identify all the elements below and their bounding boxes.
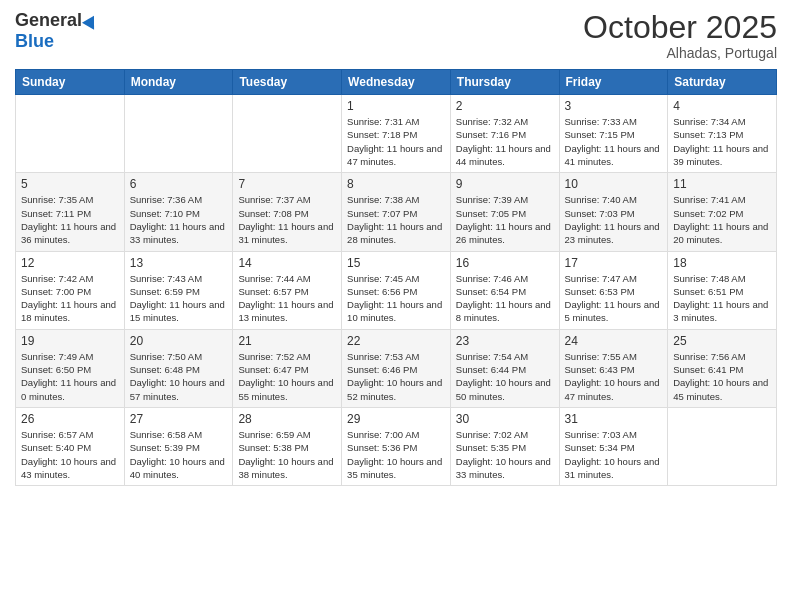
day-number: 13 xyxy=(130,256,228,270)
calendar-cell xyxy=(668,407,777,485)
day-number: 31 xyxy=(565,412,663,426)
calendar-cell: 21Sunrise: 7:52 AM Sunset: 6:47 PM Dayli… xyxy=(233,329,342,407)
day-number: 19 xyxy=(21,334,119,348)
day-number: 3 xyxy=(565,99,663,113)
day-number: 22 xyxy=(347,334,445,348)
day-number: 9 xyxy=(456,177,554,191)
calendar-cell: 29Sunrise: 7:00 AM Sunset: 5:36 PM Dayli… xyxy=(342,407,451,485)
calendar-cell xyxy=(16,95,125,173)
header-thursday: Thursday xyxy=(450,70,559,95)
day-info: Sunrise: 7:55 AM Sunset: 6:43 PM Dayligh… xyxy=(565,350,663,403)
day-number: 16 xyxy=(456,256,554,270)
calendar-cell: 13Sunrise: 7:43 AM Sunset: 6:59 PM Dayli… xyxy=(124,251,233,329)
calendar-cell: 19Sunrise: 7:49 AM Sunset: 6:50 PM Dayli… xyxy=(16,329,125,407)
day-number: 23 xyxy=(456,334,554,348)
day-info: Sunrise: 7:40 AM Sunset: 7:03 PM Dayligh… xyxy=(565,193,663,246)
day-info: Sunrise: 7:44 AM Sunset: 6:57 PM Dayligh… xyxy=(238,272,336,325)
day-number: 10 xyxy=(565,177,663,191)
calendar-cell: 26Sunrise: 6:57 AM Sunset: 5:40 PM Dayli… xyxy=(16,407,125,485)
day-number: 18 xyxy=(673,256,771,270)
day-info: Sunrise: 7:47 AM Sunset: 6:53 PM Dayligh… xyxy=(565,272,663,325)
day-info: Sunrise: 6:58 AM Sunset: 5:39 PM Dayligh… xyxy=(130,428,228,481)
calendar-cell: 7Sunrise: 7:37 AM Sunset: 7:08 PM Daylig… xyxy=(233,173,342,251)
header-wednesday: Wednesday xyxy=(342,70,451,95)
day-info: Sunrise: 7:36 AM Sunset: 7:10 PM Dayligh… xyxy=(130,193,228,246)
day-number: 2 xyxy=(456,99,554,113)
day-number: 15 xyxy=(347,256,445,270)
day-number: 1 xyxy=(347,99,445,113)
day-info: Sunrise: 7:54 AM Sunset: 6:44 PM Dayligh… xyxy=(456,350,554,403)
day-info: Sunrise: 7:39 AM Sunset: 7:05 PM Dayligh… xyxy=(456,193,554,246)
calendar-cell: 2Sunrise: 7:32 AM Sunset: 7:16 PM Daylig… xyxy=(450,95,559,173)
calendar-header-row: Sunday Monday Tuesday Wednesday Thursday… xyxy=(16,70,777,95)
day-info: Sunrise: 7:42 AM Sunset: 7:00 PM Dayligh… xyxy=(21,272,119,325)
calendar-week-row: 26Sunrise: 6:57 AM Sunset: 5:40 PM Dayli… xyxy=(16,407,777,485)
calendar-cell: 4Sunrise: 7:34 AM Sunset: 7:13 PM Daylig… xyxy=(668,95,777,173)
day-info: Sunrise: 7:45 AM Sunset: 6:56 PM Dayligh… xyxy=(347,272,445,325)
header-sunday: Sunday xyxy=(16,70,125,95)
calendar-cell: 16Sunrise: 7:46 AM Sunset: 6:54 PM Dayli… xyxy=(450,251,559,329)
page: General Blue October 2025 Alhadas, Portu… xyxy=(0,0,792,612)
header-monday: Monday xyxy=(124,70,233,95)
calendar-cell: 31Sunrise: 7:03 AM Sunset: 5:34 PM Dayli… xyxy=(559,407,668,485)
day-info: Sunrise: 7:37 AM Sunset: 7:08 PM Dayligh… xyxy=(238,193,336,246)
logo: General Blue xyxy=(15,10,98,52)
calendar-cell xyxy=(124,95,233,173)
day-info: Sunrise: 6:57 AM Sunset: 5:40 PM Dayligh… xyxy=(21,428,119,481)
calendar-cell: 25Sunrise: 7:56 AM Sunset: 6:41 PM Dayli… xyxy=(668,329,777,407)
header-saturday: Saturday xyxy=(668,70,777,95)
month-title: October 2025 xyxy=(583,10,777,45)
day-number: 29 xyxy=(347,412,445,426)
header-friday: Friday xyxy=(559,70,668,95)
calendar-cell: 24Sunrise: 7:55 AM Sunset: 6:43 PM Dayli… xyxy=(559,329,668,407)
calendar-cell: 14Sunrise: 7:44 AM Sunset: 6:57 PM Dayli… xyxy=(233,251,342,329)
logo-general: General xyxy=(15,10,82,31)
calendar-cell: 3Sunrise: 7:33 AM Sunset: 7:15 PM Daylig… xyxy=(559,95,668,173)
calendar-cell: 5Sunrise: 7:35 AM Sunset: 7:11 PM Daylig… xyxy=(16,173,125,251)
day-info: Sunrise: 7:31 AM Sunset: 7:18 PM Dayligh… xyxy=(347,115,445,168)
day-info: Sunrise: 7:50 AM Sunset: 6:48 PM Dayligh… xyxy=(130,350,228,403)
calendar-cell: 27Sunrise: 6:58 AM Sunset: 5:39 PM Dayli… xyxy=(124,407,233,485)
day-info: Sunrise: 7:03 AM Sunset: 5:34 PM Dayligh… xyxy=(565,428,663,481)
calendar: Sunday Monday Tuesday Wednesday Thursday… xyxy=(15,69,777,486)
calendar-cell: 18Sunrise: 7:48 AM Sunset: 6:51 PM Dayli… xyxy=(668,251,777,329)
day-number: 5 xyxy=(21,177,119,191)
day-number: 20 xyxy=(130,334,228,348)
day-info: Sunrise: 7:49 AM Sunset: 6:50 PM Dayligh… xyxy=(21,350,119,403)
calendar-cell: 30Sunrise: 7:02 AM Sunset: 5:35 PM Dayli… xyxy=(450,407,559,485)
logo-blue: Blue xyxy=(15,31,54,52)
calendar-cell: 1Sunrise: 7:31 AM Sunset: 7:18 PM Daylig… xyxy=(342,95,451,173)
calendar-cell: 10Sunrise: 7:40 AM Sunset: 7:03 PM Dayli… xyxy=(559,173,668,251)
calendar-cell: 23Sunrise: 7:54 AM Sunset: 6:44 PM Dayli… xyxy=(450,329,559,407)
day-number: 17 xyxy=(565,256,663,270)
calendar-cell: 20Sunrise: 7:50 AM Sunset: 6:48 PM Dayli… xyxy=(124,329,233,407)
calendar-cell: 17Sunrise: 7:47 AM Sunset: 6:53 PM Dayli… xyxy=(559,251,668,329)
day-number: 12 xyxy=(21,256,119,270)
day-number: 6 xyxy=(130,177,228,191)
day-number: 30 xyxy=(456,412,554,426)
day-info: Sunrise: 7:33 AM Sunset: 7:15 PM Dayligh… xyxy=(565,115,663,168)
day-info: Sunrise: 7:48 AM Sunset: 6:51 PM Dayligh… xyxy=(673,272,771,325)
day-number: 4 xyxy=(673,99,771,113)
day-info: Sunrise: 7:02 AM Sunset: 5:35 PM Dayligh… xyxy=(456,428,554,481)
day-number: 8 xyxy=(347,177,445,191)
calendar-cell: 28Sunrise: 6:59 AM Sunset: 5:38 PM Dayli… xyxy=(233,407,342,485)
calendar-cell xyxy=(233,95,342,173)
calendar-week-row: 12Sunrise: 7:42 AM Sunset: 7:00 PM Dayli… xyxy=(16,251,777,329)
logo-icon xyxy=(82,12,100,29)
day-info: Sunrise: 7:32 AM Sunset: 7:16 PM Dayligh… xyxy=(456,115,554,168)
calendar-cell: 12Sunrise: 7:42 AM Sunset: 7:00 PM Dayli… xyxy=(16,251,125,329)
day-number: 26 xyxy=(21,412,119,426)
day-number: 28 xyxy=(238,412,336,426)
logo-text: General xyxy=(15,10,98,31)
header-tuesday: Tuesday xyxy=(233,70,342,95)
calendar-cell: 15Sunrise: 7:45 AM Sunset: 6:56 PM Dayli… xyxy=(342,251,451,329)
day-info: Sunrise: 7:35 AM Sunset: 7:11 PM Dayligh… xyxy=(21,193,119,246)
day-info: Sunrise: 7:00 AM Sunset: 5:36 PM Dayligh… xyxy=(347,428,445,481)
calendar-week-row: 1Sunrise: 7:31 AM Sunset: 7:18 PM Daylig… xyxy=(16,95,777,173)
day-number: 27 xyxy=(130,412,228,426)
title-block: October 2025 Alhadas, Portugal xyxy=(583,10,777,61)
day-info: Sunrise: 7:43 AM Sunset: 6:59 PM Dayligh… xyxy=(130,272,228,325)
day-info: Sunrise: 7:52 AM Sunset: 6:47 PM Dayligh… xyxy=(238,350,336,403)
day-number: 7 xyxy=(238,177,336,191)
